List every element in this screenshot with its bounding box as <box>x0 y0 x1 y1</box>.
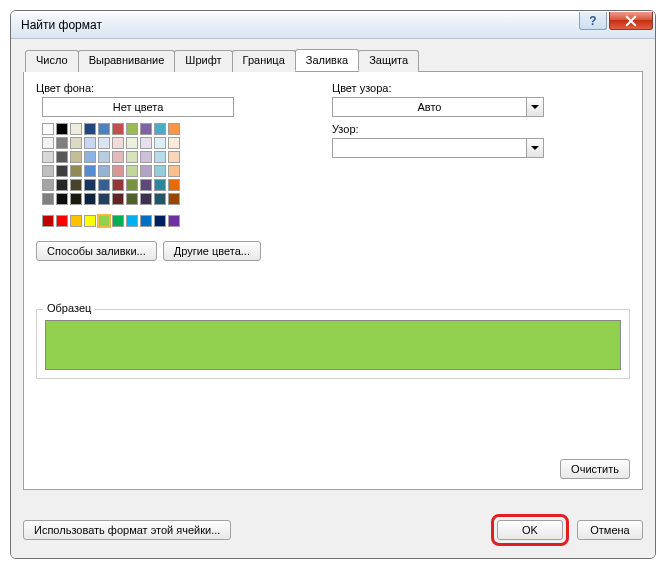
window-title: Найти формат <box>21 18 102 32</box>
color-swatch[interactable] <box>140 137 152 149</box>
help-button[interactable]: ? <box>579 12 607 30</box>
color-swatch[interactable] <box>112 137 124 149</box>
color-swatch[interactable] <box>140 123 152 135</box>
sample-legend: Образец <box>43 302 95 314</box>
color-swatch[interactable] <box>112 123 124 135</box>
color-swatch[interactable] <box>98 137 110 149</box>
color-swatch[interactable] <box>168 165 180 177</box>
color-swatch[interactable] <box>112 151 124 163</box>
color-swatch[interactable] <box>98 193 110 205</box>
color-swatch[interactable] <box>56 137 68 149</box>
tab-border[interactable]: Граница <box>232 50 296 72</box>
background-color-section: Цвет фона: Нет цвета Способы заливки... … <box>36 82 326 261</box>
color-swatch[interactable] <box>112 179 124 191</box>
color-swatch[interactable] <box>126 193 138 205</box>
color-swatch[interactable] <box>42 151 54 163</box>
color-swatch[interactable] <box>98 215 110 227</box>
color-swatch[interactable] <box>126 151 138 163</box>
color-swatch[interactable] <box>168 193 180 205</box>
color-swatch[interactable] <box>84 123 96 135</box>
color-swatch[interactable] <box>154 165 166 177</box>
pattern-color-dropdown[interactable]: Авто <box>332 97 544 117</box>
color-swatch[interactable] <box>140 215 152 227</box>
tab-fill[interactable]: Заливка <box>295 49 359 71</box>
color-swatch[interactable] <box>84 151 96 163</box>
color-swatch[interactable] <box>56 179 68 191</box>
color-swatch[interactable] <box>154 215 166 227</box>
color-swatch[interactable] <box>70 137 82 149</box>
color-swatch[interactable] <box>112 193 124 205</box>
color-swatch[interactable] <box>84 137 96 149</box>
color-swatch[interactable] <box>98 151 110 163</box>
tab-number[interactable]: Число <box>25 50 79 72</box>
color-swatch[interactable] <box>70 151 82 163</box>
no-color-button[interactable]: Нет цвета <box>42 97 234 117</box>
color-swatch[interactable] <box>126 165 138 177</box>
cancel-button[interactable]: Отмена <box>577 520 643 540</box>
color-swatch[interactable] <box>168 137 180 149</box>
color-swatch[interactable] <box>98 179 110 191</box>
pattern-dropdown[interactable] <box>332 138 544 158</box>
color-swatch[interactable] <box>70 123 82 135</box>
color-swatch[interactable] <box>42 193 54 205</box>
color-swatch[interactable] <box>70 165 82 177</box>
color-swatch[interactable] <box>98 165 110 177</box>
ok-highlight: OK <box>491 514 569 546</box>
color-swatch[interactable] <box>154 151 166 163</box>
color-swatch[interactable] <box>168 123 180 135</box>
color-swatch[interactable] <box>70 179 82 191</box>
palette-row <box>42 193 326 205</box>
tab-alignment[interactable]: Выравнивание <box>78 50 176 72</box>
tab-body-fill: Цвет фона: Нет цвета Способы заливки... … <box>23 72 643 490</box>
ok-button[interactable]: OK <box>497 520 563 540</box>
color-swatch[interactable] <box>84 215 96 227</box>
tab-protection[interactable]: Защита <box>358 50 419 72</box>
color-swatch[interactable] <box>168 151 180 163</box>
color-swatch[interactable] <box>42 123 54 135</box>
color-swatch[interactable] <box>126 179 138 191</box>
color-swatch[interactable] <box>140 165 152 177</box>
pattern-label: Узор: <box>332 123 630 135</box>
color-swatch[interactable] <box>154 123 166 135</box>
color-swatch[interactable] <box>126 123 138 135</box>
sample-fieldset: Образец <box>36 309 630 379</box>
dialog-content: Число Выравнивание Шрифт Граница Заливка… <box>11 39 655 558</box>
color-swatch[interactable] <box>84 179 96 191</box>
color-swatch[interactable] <box>84 193 96 205</box>
color-swatch[interactable] <box>140 151 152 163</box>
color-swatch[interactable] <box>70 193 82 205</box>
color-swatch[interactable] <box>140 193 152 205</box>
color-swatch[interactable] <box>140 179 152 191</box>
color-swatch[interactable] <box>70 215 82 227</box>
color-swatch[interactable] <box>56 193 68 205</box>
color-swatch[interactable] <box>42 215 54 227</box>
color-swatch[interactable] <box>42 165 54 177</box>
dialog-window: Найти формат ? Число Выравнивание Шрифт … <box>10 10 656 559</box>
color-swatch[interactable] <box>84 165 96 177</box>
clear-button[interactable]: Очистить <box>560 459 630 479</box>
color-swatch[interactable] <box>112 165 124 177</box>
palette-row <box>42 151 326 163</box>
color-swatch[interactable] <box>98 123 110 135</box>
color-swatch[interactable] <box>112 215 124 227</box>
sample-preview <box>45 320 621 370</box>
color-swatch[interactable] <box>56 151 68 163</box>
color-swatch[interactable] <box>168 179 180 191</box>
color-swatch[interactable] <box>56 215 68 227</box>
fill-effects-button[interactable]: Способы заливки... <box>36 241 157 261</box>
titlebar: Найти формат ? <box>11 11 655 39</box>
more-colors-button[interactable]: Другие цвета... <box>163 241 261 261</box>
color-swatch[interactable] <box>168 215 180 227</box>
color-swatch[interactable] <box>56 123 68 135</box>
color-swatch[interactable] <box>154 137 166 149</box>
color-swatch[interactable] <box>56 165 68 177</box>
color-swatch[interactable] <box>126 137 138 149</box>
use-cell-format-button[interactable]: Использовать формат этой ячейки... <box>23 520 231 540</box>
color-swatch[interactable] <box>154 193 166 205</box>
color-swatch[interactable] <box>154 179 166 191</box>
close-button[interactable] <box>609 12 653 30</box>
color-swatch[interactable] <box>42 179 54 191</box>
color-swatch[interactable] <box>126 215 138 227</box>
color-swatch[interactable] <box>42 137 54 149</box>
tab-font[interactable]: Шрифт <box>174 50 232 72</box>
